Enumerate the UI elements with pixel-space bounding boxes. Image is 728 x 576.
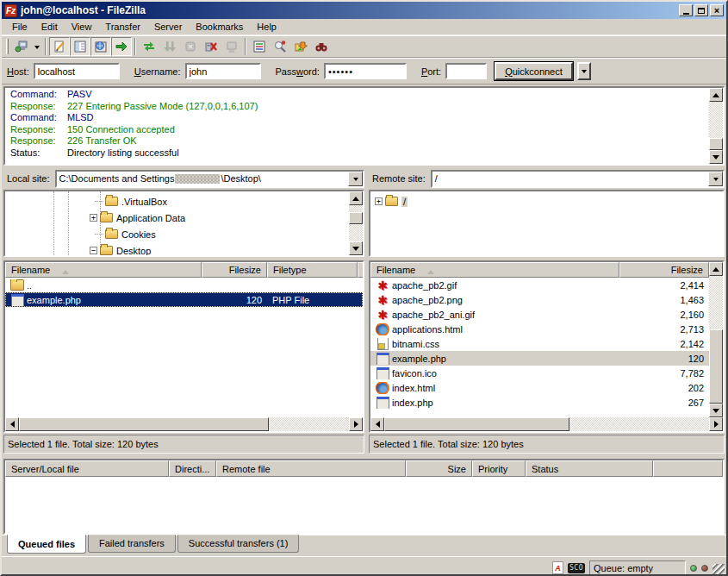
column-filetype[interactable]: Filetype: [267, 262, 358, 278]
table-row-selected[interactable]: example.php 120 PHP File 1: [5, 292, 363, 307]
transfer-queue: Server/Local file Directi... Remote file…: [3, 459, 725, 535]
tree-item-desktop[interactable]: −Desktop: [5, 242, 349, 257]
scroll-up-button[interactable]: [349, 191, 363, 205]
titlebar[interactable]: Fz john@localhost - FileZilla ×: [2, 2, 726, 19]
minimize-button[interactable]: [679, 4, 693, 16]
tree-item-virtualbox[interactable]: .VirtualBox: [5, 193, 349, 210]
speed-limits-icon[interactable]: SCO: [568, 563, 585, 573]
process-queue-button[interactable]: [159, 37, 180, 56]
remote-list-scrollbar[interactable]: [709, 262, 723, 417]
column-remote-file[interactable]: Remote file: [216, 460, 406, 477]
scroll-down-button[interactable]: [349, 241, 363, 255]
refresh-button[interactable]: [139, 37, 159, 56]
scroll-down-button[interactable]: [709, 150, 723, 164]
scroll-thumb[interactable]: [19, 417, 269, 431]
log-scrollbar[interactable]: [709, 88, 723, 164]
scroll-up-button[interactable]: [709, 262, 723, 276]
menu-file[interactable]: File: [5, 20, 34, 34]
table-row[interactable]: index.html202: [370, 380, 709, 395]
scroll-down-button[interactable]: [709, 404, 723, 417]
tree-item-application-data[interactable]: +Application Data: [5, 210, 349, 226]
remote-site-label: Remote site:: [369, 171, 431, 186]
directory-filters-button[interactable]: [249, 37, 270, 56]
local-path-dropdown[interactable]: [348, 172, 363, 186]
filezilla-app-icon[interactable]: Fz: [4, 4, 17, 17]
host-input[interactable]: [34, 63, 120, 79]
datatype-indicator-icon[interactable]: A: [552, 561, 563, 574]
tree-item-cookies[interactable]: Cookies: [5, 226, 349, 242]
toolbar-grip[interactable]: [6, 39, 9, 54]
table-row[interactable]: applications.html2,713: [370, 322, 709, 336]
reconnect-button[interactable]: [221, 37, 242, 56]
table-row[interactable]: apache_pb2.png1,463: [370, 292, 709, 307]
maximize-button[interactable]: [694, 4, 708, 16]
column-filename[interactable]: Filename: [5, 262, 202, 278]
menu-view[interactable]: View: [65, 20, 99, 34]
column-status[interactable]: Status: [526, 460, 653, 477]
scroll-right-button[interactable]: [709, 417, 723, 431]
table-row[interactable]: bitnami.css2,142: [370, 336, 709, 351]
quickconnect-dropdown[interactable]: [577, 62, 591, 80]
local-path-combo[interactable]: C:\Documents and Settings\Desktop\: [55, 170, 364, 188]
toggle-transfer-queue-button[interactable]: [111, 37, 132, 56]
site-manager-button[interactable]: [11, 37, 32, 56]
menu-edit[interactable]: Edit: [34, 20, 65, 34]
column-direction[interactable]: Directi...: [169, 460, 216, 477]
menu-help[interactable]: Help: [250, 20, 283, 34]
compare-directories-button[interactable]: [270, 37, 290, 56]
menu-server[interactable]: Server: [147, 20, 189, 34]
scroll-right-button[interactable]: [349, 417, 363, 431]
column-priority[interactable]: Priority: [472, 460, 526, 477]
column-filename[interactable]: Filename: [370, 262, 619, 278]
tab-queued-files[interactable]: Queued files: [7, 535, 86, 554]
toggle-message-log-button[interactable]: [49, 37, 70, 56]
scroll-left-button[interactable]: [370, 417, 384, 431]
password-input[interactable]: [324, 63, 407, 79]
column-size[interactable]: Size: [406, 460, 472, 477]
port-input[interactable]: [445, 63, 487, 79]
remote-file-list: Filename Filesize apache_pb2.gif2,414 ap…: [369, 260, 725, 433]
column-server-local-file[interactable]: Server/Local file: [5, 460, 169, 477]
tree-item-root[interactable]: +/: [370, 193, 723, 210]
menu-bookmarks[interactable]: Bookmarks: [189, 20, 250, 34]
queue-body[interactable]: [5, 477, 723, 533]
remote-path-dropdown[interactable]: [708, 172, 723, 186]
resize-grip[interactable]: [712, 564, 725, 576]
column-filesize[interactable]: Filesize: [202, 262, 267, 278]
remote-path-combo[interactable]: /: [431, 170, 725, 188]
scroll-thumb[interactable]: [384, 417, 569, 431]
table-row[interactable]: index.php267: [370, 395, 709, 410]
tab-successful-transfers[interactable]: Successful transfers (1): [177, 535, 300, 553]
synchronized-browsing-button[interactable]: [290, 37, 311, 56]
table-row[interactable]: apache_pb2.gif2,414: [370, 278, 709, 292]
toggle-remote-tree-button[interactable]: [90, 37, 111, 56]
find-files-button[interactable]: [311, 37, 332, 56]
scroll-thumb[interactable]: [349, 212, 363, 224]
browser-panes: Local site: C:\Documents and Settings\De…: [2, 167, 726, 455]
local-tree-scrollbar[interactable]: [349, 191, 363, 255]
close-button[interactable]: ×: [710, 4, 724, 16]
site-manager-dropdown[interactable]: [32, 37, 42, 56]
toggle-local-tree-button[interactable]: [70, 37, 90, 56]
scroll-thumb[interactable]: [709, 138, 723, 150]
menu-transfer[interactable]: Transfer: [98, 20, 147, 34]
expand-plus-icon[interactable]: +: [90, 214, 97, 222]
scroll-up-button[interactable]: [709, 88, 723, 102]
table-row-selected[interactable]: example.php120: [370, 351, 709, 366]
cancel-operation-button[interactable]: [180, 37, 201, 56]
table-row[interactable]: apache_pb2_ani.gif2,160: [370, 307, 709, 322]
tab-failed-transfers[interactable]: Failed transfers: [88, 535, 176, 553]
table-row[interactable]: ..: [5, 278, 363, 292]
username-input[interactable]: [185, 63, 261, 79]
expand-plus-icon[interactable]: +: [375, 197, 383, 205]
collapse-minus-icon[interactable]: −: [90, 247, 97, 254]
table-row[interactable]: favicon.ico7,782: [370, 366, 709, 380]
local-horizontal-scrollbar[interactable]: [5, 417, 363, 431]
remote-horizontal-scrollbar[interactable]: [370, 417, 723, 431]
column-lastmodified[interactable]: L: [358, 262, 364, 278]
scroll-left-button[interactable]: [5, 417, 19, 431]
scroll-thumb[interactable]: [709, 329, 723, 404]
disconnect-button[interactable]: [201, 37, 221, 56]
column-filesize[interactable]: Filesize: [619, 262, 709, 278]
quickconnect-button[interactable]: Quickconnect: [495, 62, 573, 80]
